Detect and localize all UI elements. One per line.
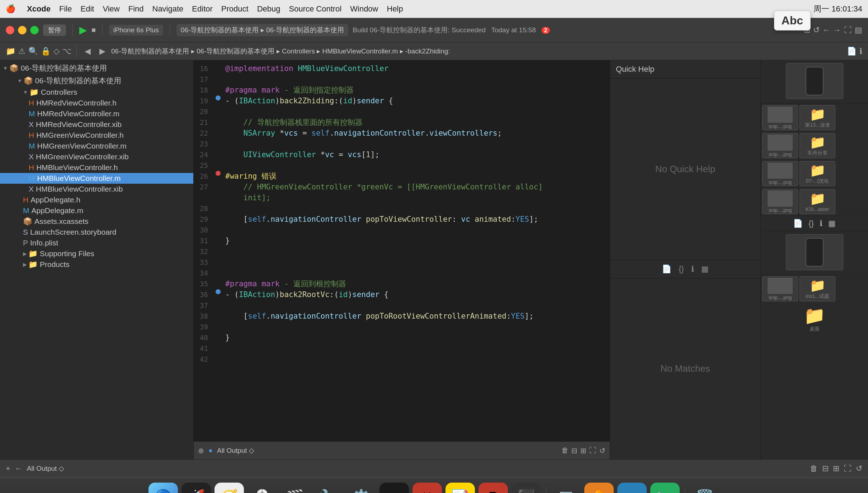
- trash-status-icon[interactable]: 🗑: [810, 464, 818, 473]
- split-status-icon[interactable]: ⊟: [822, 464, 829, 473]
- rp-doc-icon[interactable]: 📄: [793, 219, 803, 228]
- expand-console-icon[interactable]: ⛶: [589, 446, 596, 455]
- rp-snip-thumb-2[interactable]: snip....png: [762, 133, 798, 158]
- refresh-icon[interactable]: ↺: [813, 25, 820, 35]
- warning-icon[interactable]: ⚠: [18, 47, 25, 56]
- grid-icon[interactable]: ▦: [701, 264, 709, 274]
- info-circle-icon[interactable]: ℹ: [691, 264, 694, 274]
- sidebar-assets[interactable]: 📦 Assets.xcassets: [0, 216, 193, 227]
- prev-nav-button[interactable]: ◀: [82, 46, 94, 57]
- dock-trash[interactable]: 🗑️: [690, 483, 720, 493]
- dock-mice[interactable]: 🖱️: [247, 483, 277, 493]
- console-status-icon[interactable]: ⊞: [833, 464, 839, 473]
- minimize-button[interactable]: [18, 26, 27, 34]
- info-icon[interactable]: ℹ: [859, 47, 862, 56]
- menu-product[interactable]: Product: [221, 4, 249, 14]
- filter-status-icon[interactable]: ↺: [856, 464, 862, 473]
- rp-snip-ios[interactable]: snip....png: [762, 276, 798, 301]
- sidebar-project-inner[interactable]: ▼ 📦 06-导航控制器的基本使用: [0, 75, 193, 87]
- debug-filter[interactable]: ●: [208, 446, 213, 455]
- add-file-icon[interactable]: +: [6, 464, 10, 473]
- sidebar-file-hmred-m[interactable]: M HMRedViewController.m: [0, 108, 193, 119]
- clear-console-icon[interactable]: ↺: [599, 446, 605, 455]
- menu-file[interactable]: File: [59, 4, 72, 14]
- dock-app1[interactable]: ⬛: [511, 483, 541, 493]
- stop-button[interactable]: ■: [91, 26, 96, 34]
- rp-snip-thumb-4[interactable]: snip....png: [762, 189, 798, 214]
- sidebar-controllers-group[interactable]: ▼ 📁 Controllers: [0, 87, 193, 98]
- next-nav-button[interactable]: ▶: [96, 46, 108, 57]
- dock-safari[interactable]: 🧭: [214, 483, 244, 493]
- rp-brackets-icon[interactable]: {}: [808, 219, 814, 228]
- menu-window[interactable]: Window: [350, 4, 378, 14]
- sidebar-project-root[interactable]: ▼ 📦 06-导航控制器的基本使用: [0, 62, 193, 75]
- menu-view[interactable]: View: [103, 4, 119, 14]
- run-button[interactable]: ▶: [79, 24, 87, 36]
- rp-folder-07[interactable]: 📁 07-...(优化: [799, 161, 835, 186]
- rp-info-icon[interactable]: ℹ: [820, 219, 822, 228]
- sidebar-supporting-files[interactable]: ▶ 📁 Supporting Files: [0, 248, 193, 259]
- dock-launchpad[interactable]: 🚀: [181, 483, 211, 493]
- rp-folder-13[interactable]: 📁 第13...业准: [799, 105, 835, 130]
- sidebar-file-hmgreen-xib[interactable]: X HMGreenViewController.xib: [0, 151, 193, 162]
- lock-icon[interactable]: 🔒: [41, 47, 51, 56]
- sidebar-file-hmblue-h[interactable]: H HMBlueViewController.h: [0, 162, 193, 173]
- dock-app3[interactable]: 🔶: [584, 483, 614, 493]
- dock-finder[interactable]: 🔵: [148, 483, 178, 493]
- expand-status-icon[interactable]: ⛶: [844, 464, 852, 473]
- sidebar-file-hmblue-xib[interactable]: X HMBlueViewController.xib: [0, 184, 193, 194]
- menu-xcode[interactable]: Xcode: [27, 4, 51, 14]
- trash-icon[interactable]: 🗑: [561, 446, 569, 455]
- sidebar-file-hmblue-m[interactable]: M HMBlueViewController.m: [0, 173, 193, 184]
- back-icon[interactable]: ←: [822, 25, 830, 35]
- rp-snip-thumb-3[interactable]: snip....png: [762, 161, 798, 186]
- sidebar-file-hmgreen-h[interactable]: H HMGreenViewController.h: [0, 130, 193, 141]
- menu-edit[interactable]: Edit: [80, 4, 94, 14]
- apple-icon[interactable]: 🍎: [6, 4, 15, 14]
- dock-terminal[interactable]: ▶_: [379, 483, 409, 493]
- sidebar-file-hmred-xib[interactable]: X HMRedViewController.xib: [0, 119, 193, 130]
- close-button[interactable]: [6, 26, 14, 34]
- branch-icon[interactable]: ⌥: [62, 47, 71, 56]
- menu-editor[interactable]: Editor: [192, 4, 212, 14]
- dock-tools[interactable]: 🔧: [313, 483, 343, 493]
- maximize-button[interactable]: [30, 26, 39, 34]
- dock-wps[interactable]: P: [478, 483, 508, 493]
- dock-photos[interactable]: 🎬: [280, 483, 310, 493]
- sidebar-products[interactable]: ▶ 📁 Products: [0, 259, 193, 270]
- code-editor[interactable]: 16 @implementation HMBlueViewController …: [194, 60, 610, 459]
- menu-debug[interactable]: Debug: [257, 4, 280, 14]
- sidebar-launchscreen[interactable]: S LaunchScreen.storyboard: [0, 227, 193, 238]
- pause-button[interactable]: 暂停: [43, 24, 66, 36]
- folder-icon[interactable]: 📁: [6, 47, 15, 56]
- filter-icon[interactable]: 🔍: [28, 47, 38, 56]
- dock-photoshop[interactable]: Ps: [617, 483, 647, 493]
- sidebar-appdelegate-h[interactable]: H AppDelegate.h: [0, 194, 193, 205]
- dock-prefs[interactable]: ⚙️: [346, 483, 376, 493]
- doc-icon[interactable]: 📄: [847, 47, 857, 56]
- split-view-icon[interactable]: ⊟: [571, 446, 577, 455]
- sidebar-toggle-icon[interactable]: ▤: [855, 25, 862, 35]
- dock-capture[interactable]: 📷: [650, 483, 680, 493]
- sidebar-appdelegate-m[interactable]: M AppDelegate.m: [0, 205, 193, 216]
- dock-app2[interactable]: 💻: [551, 483, 581, 493]
- menu-help[interactable]: Help: [387, 4, 403, 14]
- menu-navigate[interactable]: Navigate: [152, 4, 184, 14]
- rp-folder-chedan[interactable]: 📁 车丹分享: [799, 133, 835, 158]
- dock-xmind[interactable]: ✖: [412, 483, 442, 493]
- expand-icon[interactable]: ⛶: [844, 25, 852, 35]
- rp-desktop-item[interactable]: 📁 桌面: [804, 306, 825, 332]
- brackets-icon[interactable]: {}: [679, 264, 684, 274]
- sidebar-file-hmred-h[interactable]: H HMRedViewController.h: [0, 98, 193, 108]
- rp-folder-ios1[interactable]: 📁 ios1...试题: [799, 276, 835, 301]
- menu-find[interactable]: Find: [128, 4, 144, 14]
- dock-notes[interactable]: 📝: [445, 483, 475, 493]
- console-icon[interactable]: ⊞: [580, 446, 586, 455]
- scheme-selector[interactable]: iPhone 6s Plus: [109, 25, 163, 36]
- sidebar-infoplist[interactable]: P Info.plist: [0, 238, 193, 248]
- rp-grid-icon[interactable]: ▦: [828, 219, 836, 228]
- rp-snip-thumb-1[interactable]: snip....png: [762, 105, 798, 130]
- forward-icon[interactable]: →: [833, 25, 841, 35]
- menu-source-control[interactable]: Source Control: [289, 4, 342, 14]
- rp-folder-ksl[interactable]: 📁 KSI...aster: [799, 189, 835, 214]
